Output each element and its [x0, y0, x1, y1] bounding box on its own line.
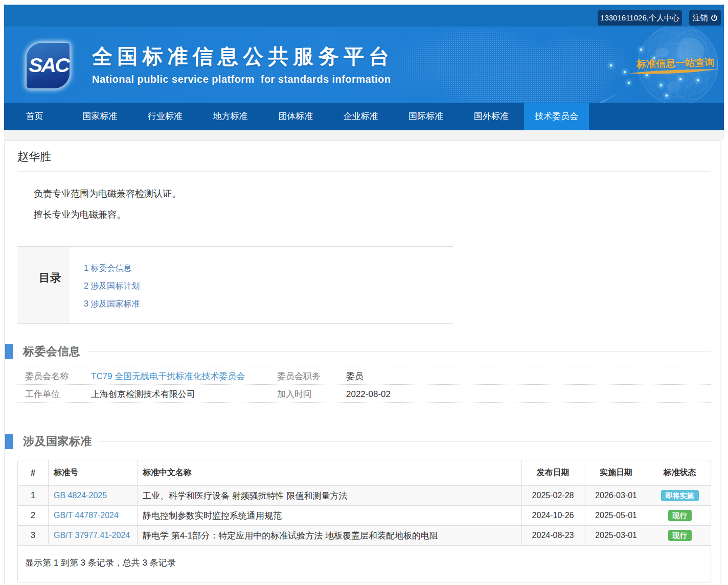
- standards-table: #标准号标准中文名称发布日期实施日期标准状态 1 GB 4824-2025 工业…: [18, 460, 711, 546]
- logout-button[interactable]: 注销: [689, 10, 721, 26]
- section-title-rule: [87, 352, 711, 352]
- info-value: 2022-08-02: [346, 389, 711, 400]
- glow-dot: [628, 82, 630, 84]
- cell-publish-date: 2024-10-26: [522, 506, 584, 526]
- section-title: 涉及国家标准: [23, 434, 92, 449]
- table-row: 1 GB 4824-2025 工业、科学和医疗设备 射频骚扰特性 限值和测量方法…: [18, 486, 711, 506]
- nav-item[interactable]: 国外标准: [459, 103, 524, 130]
- toc-title: 目录: [39, 270, 61, 286]
- gray-band: [4, 130, 724, 141]
- description-line: 负责专业范围为电磁兼容检测认证。: [17, 188, 711, 200]
- info-label: 委员会职务: [277, 370, 346, 382]
- main-nav: 首页国家标准行业标准地方标准团体标准企业标准国际标准国外标准技术委员会: [4, 103, 724, 130]
- nav-item[interactable]: 地方标准: [198, 103, 263, 130]
- column-header: 实施日期: [584, 460, 648, 486]
- glow-dot: [660, 84, 662, 86]
- info-value: 委员: [346, 370, 711, 382]
- cell-publish-date: 2025-02-28: [522, 486, 584, 506]
- glow-dot: [624, 71, 626, 73]
- nav-item[interactable]: 团体标准: [263, 103, 328, 130]
- standards-section-header: 涉及国家标准: [17, 434, 711, 449]
- standard-code-link[interactable]: GB 4824-2025: [54, 491, 107, 500]
- toc-links: 1 标委会信息2 涉及国标计划3 涉及国家标准: [70, 247, 140, 323]
- content-card: 赵华胜 负责专业范围为电磁兼容检测认证。 擅长专业为电磁兼容。 目录 1 标委会…: [4, 141, 720, 585]
- toc-box: 目录 1 标委会信息2 涉及国标计划3 涉及国家标准: [17, 246, 453, 324]
- cell-index: 2: [18, 506, 49, 526]
- cell-standard-code: GB 4824-2025: [49, 486, 138, 506]
- top-bar: 13301611026,个人中心 注销: [4, 5, 724, 27]
- standard-code-link[interactable]: GB/T 37977.41-2024: [54, 531, 130, 540]
- cell-standard-name: 静电控制参数实时监控系统通用规范: [138, 506, 522, 526]
- nav-item[interactable]: 企业标准: [328, 103, 394, 130]
- table-row: 2 GB/T 44787-2024 静电控制参数实时监控系统通用规范 2024-…: [18, 506, 711, 526]
- column-header: 标准号: [49, 460, 138, 486]
- table-record-summary: 显示第 1 到第 3 条记录，总共 3 条记录: [18, 546, 711, 582]
- nav-item[interactable]: 首页: [2, 103, 67, 130]
- nav-item[interactable]: 行业标准: [132, 103, 198, 130]
- nav-item[interactable]: 国际标准: [394, 103, 459, 130]
- cell-standard-name: 工业、科学和医疗设备 射频骚扰特性 限值和测量方法: [138, 486, 522, 506]
- status-badge: 现行: [668, 510, 692, 521]
- committee-info-table: 委员会名称 TC79 全国无线电干扰标准化技术委员会 委员会职务 委员 工作单位…: [17, 366, 711, 403]
- cell-implement-date: 2025-03-01: [584, 526, 648, 546]
- nav-item[interactable]: 国家标准: [67, 103, 133, 130]
- toc-link[interactable]: 3 涉及国家标准: [84, 295, 140, 313]
- person-name: 赵华胜: [17, 149, 711, 172]
- info-label: 加入时间: [277, 388, 346, 400]
- nav-item[interactable]: 技术委员会: [524, 103, 589, 130]
- logout-label: 注销: [693, 10, 708, 26]
- section-marker: [5, 344, 13, 359]
- section-title-rule: [99, 441, 711, 442]
- status-badge: 现行: [668, 530, 692, 541]
- glow-dot: [679, 78, 681, 80]
- info-row: 委员会名称 TC79 全国无线电干扰标准化技术委员会 委员会职务 委员: [17, 366, 711, 385]
- page: 13301611026,个人中心 注销: [0, 0, 728, 585]
- toc-link[interactable]: 2 涉及国标计划: [84, 277, 140, 295]
- cell-standard-code: GB/T 37977.41-2024: [49, 526, 138, 546]
- section-marker: [5, 434, 13, 449]
- sac-logo[interactable]: SAC: [27, 43, 70, 88]
- column-header: #: [18, 460, 49, 486]
- cell-index: 1: [18, 486, 49, 506]
- standard-code-link[interactable]: GB/T 44787-2024: [54, 511, 119, 520]
- glow-dot: [666, 95, 668, 97]
- glow-dot: [610, 64, 612, 66]
- user-center-button[interactable]: 13301611026,个人中心: [598, 10, 682, 26]
- column-header: 发布日期: [522, 460, 584, 486]
- status-badge: 即将实施: [661, 490, 699, 501]
- site-subtitle: National public service platform for sta…: [92, 74, 394, 85]
- info-value: 上海创京检测技术有限公司: [91, 388, 277, 400]
- person-description: 负责专业范围为电磁兼容检测认证。 擅长专业为电磁兼容。: [17, 188, 711, 221]
- cell-status: 即将实施: [648, 486, 711, 506]
- info-label: 委员会名称: [17, 370, 91, 382]
- committee-section-header: 标委会信息: [17, 344, 711, 359]
- cell-standard-code: GB/T 44787-2024: [49, 506, 138, 526]
- table-row: 3 GB/T 37977.41-2024 静电学 第4-1部分：特定应用中的标准…: [18, 526, 711, 546]
- site-title: 全国标准信息公共服务平台: [92, 44, 394, 68]
- glow-dot: [640, 49, 642, 51]
- cell-index: 3: [18, 526, 49, 546]
- glow-dot: [697, 79, 699, 81]
- brand-text: 全国标准信息公共服务平台 National public service pla…: [92, 44, 394, 85]
- power-icon: [711, 14, 718, 21]
- gold-swoosh: [627, 68, 724, 75]
- cell-implement-date: 2026-03-01: [584, 486, 648, 506]
- cell-status: 现行: [648, 506, 711, 526]
- info-row: 工作单位 上海创京检测技术有限公司 加入时间 2022-08-02: [17, 385, 711, 403]
- cell-publish-date: 2024-08-23: [522, 526, 584, 546]
- cell-standard-name: 静电学 第4-1部分：特定应用中的标准试验方法 地板覆盖层和装配地板的电阻: [138, 526, 522, 546]
- committee-link[interactable]: TC79 全国无线电干扰标准化技术委员会: [91, 371, 245, 381]
- info-label: 工作单位: [17, 388, 91, 400]
- section-title: 标委会信息: [23, 344, 81, 359]
- column-header: 标准状态: [648, 460, 711, 486]
- nav-list: 首页国家标准行业标准地方标准团体标准企业标准国际标准国外标准技术委员会: [2, 103, 724, 130]
- site-header: SAC 全国标准信息公共服务平台 National public service…: [4, 27, 724, 103]
- cell-status: 现行: [648, 526, 711, 546]
- info-value: TC79 全国无线电干扰标准化技术委员会: [91, 370, 277, 382]
- column-header: 标准中文名称: [138, 460, 522, 486]
- description-line: 擅长专业为电磁兼容。: [17, 208, 711, 221]
- toc-label-cell: 目录: [17, 247, 70, 323]
- standards-table-panel: #标准号标准中文名称发布日期实施日期标准状态 1 GB 4824-2025 工业…: [17, 460, 711, 582]
- cell-implement-date: 2025-05-01: [584, 506, 648, 526]
- toc-link[interactable]: 1 标委会信息: [84, 259, 140, 277]
